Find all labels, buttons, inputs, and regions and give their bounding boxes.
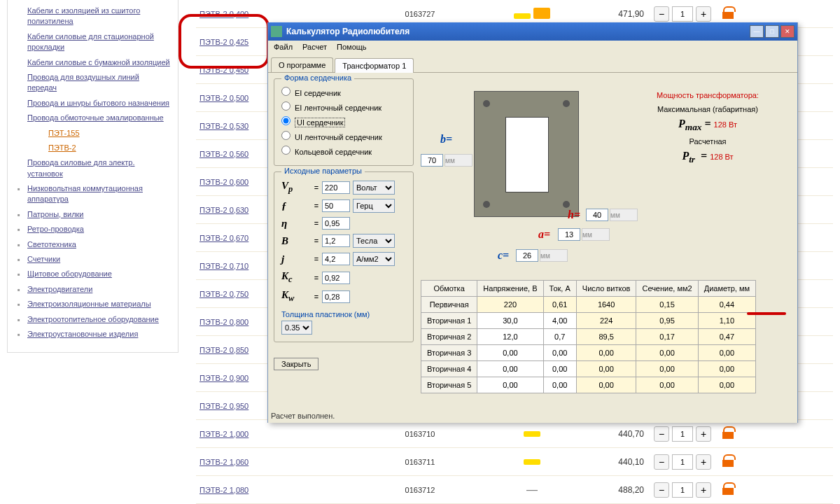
sidebar-item[interactable]: Провода для воздушных линий передач [15, 70, 171, 96]
product-link[interactable]: ПЭТВ-2 0,670 [200, 234, 248, 242]
product-link[interactable]: ПЭТВ-2 0,530 [200, 122, 248, 130]
table-cell[interactable]: 0,7 [543, 329, 576, 345]
product-link[interactable]: ПЭТВ-2 0,750 [200, 290, 248, 298]
sidebar-item[interactable]: Провода и шнуры бытового назначения [15, 96, 171, 111]
dim-c-input[interactable] [516, 249, 538, 262]
qty-value[interactable]: 1 [672, 426, 693, 442]
qty-value[interactable]: 1 [672, 6, 693, 22]
sidebar-item[interactable]: Электроустановочные изделия [15, 327, 171, 342]
core-radio[interactable]: UI ленточный сердечник [281, 129, 406, 144]
param-input-f[interactable] [322, 200, 350, 212]
table-cell[interactable]: 0,00 [543, 361, 576, 377]
product-link[interactable]: ПЭТВ-2 0,950 [200, 402, 248, 410]
sidebar-item[interactable]: Кабели силовые для стационарной прокладк… [15, 29, 171, 55]
product-link[interactable]: ПЭТВ-2 1,000 [200, 430, 248, 438]
table-cell[interactable]: 4,00 [543, 313, 576, 329]
qty-minus[interactable]: − [654, 454, 669, 470]
tab-transformer1[interactable]: Трансформатор 1 [335, 58, 414, 73]
product-link[interactable]: ПЭТВ-2 0,900 [200, 374, 248, 382]
core-radio[interactable]: UI сердечник [281, 114, 406, 129]
param-input-j[interactable] [322, 253, 350, 265]
table-cell[interactable]: 0,00 [543, 345, 576, 361]
param-unit[interactable]: Герц [353, 199, 395, 213]
param-input-Kc[interactable] [322, 272, 350, 284]
param-unit[interactable]: А/мм2 [353, 252, 395, 266]
product-link[interactable]: ПЭТВ-2 0,560 [200, 150, 248, 158]
param-symbol: B [281, 235, 311, 247]
dim-h-input[interactable] [586, 209, 608, 221]
param-input-eta[interactable] [322, 217, 350, 230]
menu-file[interactable]: Файл [274, 43, 293, 54]
qty-minus[interactable]: − [654, 482, 669, 498]
qty-minus[interactable]: − [654, 426, 669, 442]
sidebar-item[interactable]: Низковольтная коммутационная аппаратура [15, 181, 171, 207]
product-link[interactable]: ПЭТВ-2 0,450 [200, 66, 248, 74]
sidebar-item[interactable]: Электроотопительное оборудование [15, 312, 171, 327]
power-calc-label: Расчетная [638, 137, 778, 146]
core-radio[interactable]: EI ленточный сердечник [281, 99, 406, 114]
cart-icon[interactable] [721, 484, 736, 496]
product-link[interactable]: ПЭТВ-2 0,800 [200, 318, 248, 326]
sidebar-item[interactable]: ПЭТВ-2 [15, 141, 171, 155]
qty-plus[interactable]: + [696, 482, 711, 498]
close-window-button[interactable]: ✕ [780, 25, 794, 38]
sidebar-item[interactable]: Провода силовые для электр. установок [15, 155, 171, 181]
qty-plus[interactable]: + [696, 6, 711, 22]
product-link[interactable]: ПЭТВ-2 0,630 [200, 206, 248, 214]
sidebar-item[interactable]: Ретро-проводка [15, 222, 171, 237]
product-link[interactable]: ПЭТВ-2 0,400 [200, 10, 248, 18]
table-cell[interactable]: 0,00 [543, 377, 576, 393]
cart-icon[interactable] [721, 456, 736, 468]
core-radio[interactable]: Кольцевой сердечник [281, 144, 406, 158]
sidebar-item[interactable]: Счетчики [15, 252, 171, 267]
qty-plus[interactable]: + [696, 426, 711, 442]
product-link[interactable]: ПЭТВ-2 0,600 [200, 178, 248, 186]
sidebar-item[interactable]: Провода обмоточные эмалированные [15, 111, 171, 125]
dim-b-input[interactable] [421, 154, 443, 167]
dim-a-input[interactable] [558, 228, 580, 241]
table-cell[interactable]: 0,00 [477, 377, 543, 393]
product-link[interactable]: ПЭТВ-2 1,060 [200, 458, 248, 466]
cart-icon[interactable] [721, 428, 736, 440]
param-unit[interactable]: Вольт [353, 181, 395, 195]
param-symbol: Vp [281, 180, 311, 195]
sidebar-item[interactable]: ПЭТ-155 [15, 126, 171, 141]
core-radio[interactable]: EI сердечник [281, 85, 406, 99]
sidebar-item[interactable]: Патроны, вилки [15, 207, 171, 222]
maximize-button[interactable]: □ [765, 25, 779, 38]
product-link[interactable]: ПЭТВ-2 0,710 [200, 262, 248, 270]
table-cell[interactable]: 30,0 [477, 313, 543, 329]
product-link[interactable]: ПЭТВ-2 1,080 [200, 486, 248, 494]
thickness-select[interactable]: 0.35 [281, 321, 312, 335]
sidebar-item[interactable]: Электродвигатели [15, 282, 171, 297]
table-cell: 0,44 [698, 297, 755, 313]
product-link[interactable]: ПЭТВ-2 0,850 [200, 346, 248, 354]
product-link[interactable]: ПЭТВ-2 0,425 [200, 38, 248, 46]
menu-help[interactable]: Помощь [337, 43, 367, 54]
tab-about[interactable]: О программе [271, 57, 333, 72]
close-button[interactable]: Закрыть [274, 358, 318, 370]
sidebar-item[interactable]: Кабели силовые с бумажной изоляцией [15, 55, 171, 70]
qty-minus[interactable]: − [654, 6, 669, 22]
table-cell[interactable]: 12,0 [477, 329, 543, 345]
param-input-Kw[interactable] [322, 290, 350, 303]
product-link[interactable]: ПЭТВ-2 0,500 [200, 94, 248, 102]
param-input-B[interactable] [322, 234, 350, 247]
qty-value[interactable]: 1 [672, 454, 693, 470]
param-symbol: j [281, 253, 311, 265]
window-titlebar[interactable]: Калькулятор Радиолюбителя — □ ✕ [268, 22, 797, 41]
minimize-button[interactable]: — [750, 25, 764, 38]
qty-value[interactable]: 1 [672, 482, 693, 498]
product-row: ПЭТВ-2 1,0600163711440,10−1+ [196, 448, 833, 476]
cart-icon[interactable] [721, 8, 736, 20]
sidebar-item[interactable]: Светотехника [15, 237, 171, 252]
sidebar-item[interactable]: Электроизоляционные материалы [15, 297, 171, 312]
param-input-Vp[interactable] [322, 181, 350, 194]
table-cell[interactable]: 0,00 [477, 361, 543, 377]
table-cell[interactable]: 0,00 [477, 345, 543, 361]
param-unit[interactable]: Тесла [353, 234, 395, 248]
sidebar-item[interactable]: Кабели с изоляцией из сшитого полиэтилен… [15, 4, 171, 29]
qty-plus[interactable]: + [696, 454, 711, 470]
sidebar-item[interactable]: Щитовое оборудование [15, 267, 171, 281]
menu-calc[interactable]: Расчет [302, 43, 327, 54]
